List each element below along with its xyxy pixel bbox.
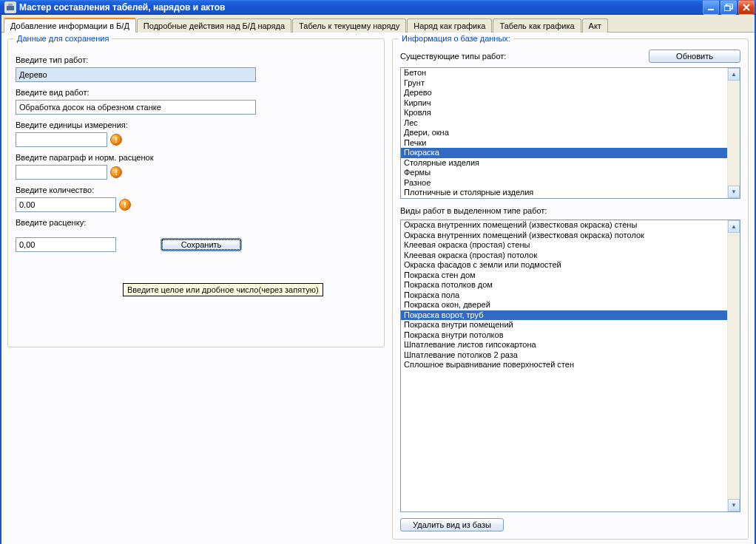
tabstrip: Добавление информации в Б/ДПодробные дей… — [1, 15, 755, 33]
kinds-label: Виды работ в выделенном типе работ: — [400, 206, 740, 215]
type-list-item[interactable]: Фермы — [401, 168, 727, 178]
tab-1[interactable]: Подробные действия над Б/Д наряда — [137, 18, 291, 33]
types-label: Существующие типы работ: — [400, 52, 643, 61]
paragraph-input[interactable] — [16, 165, 107, 180]
kind-list-item[interactable]: Покраска потолков дом — [401, 280, 727, 290]
tab-0[interactable]: Добавление информации в Б/Д — [4, 18, 136, 33]
kind-list-item[interactable]: Клеевая окраска (простая) стены — [401, 240, 727, 251]
kind-list-item[interactable]: Клеевая окраска (простая) потолок — [401, 251, 727, 261]
price-label: Введите расценку: — [16, 218, 377, 227]
close-button[interactable] — [738, 0, 755, 15]
scroll-up-icon[interactable]: ▲ — [728, 68, 740, 81]
quantity-input[interactable] — [16, 197, 116, 212]
client-area: Добавление информации в Б/ДПодробные дей… — [0, 15, 756, 544]
tab-5[interactable]: Акт — [582, 18, 608, 33]
delete-kind-button[interactable]: Удалить вид из базы — [400, 518, 504, 531]
kind-list-item[interactable]: Шпатлевание потолков 2 раза — [401, 350, 727, 361]
type-list-item[interactable]: Печки — [401, 138, 727, 149]
tab-4[interactable]: Табель как графика — [493, 18, 581, 33]
kind-list-item[interactable]: Покраска стен дом — [401, 271, 727, 281]
tab-3[interactable]: Наряд как графика — [407, 18, 492, 33]
refresh-button[interactable]: Обновить — [649, 50, 740, 63]
window-title: Мастер составления табелей, нарядов и ак… — [19, 2, 703, 13]
type-input[interactable] — [16, 67, 256, 82]
scroll-up-icon[interactable]: ▲ — [728, 220, 740, 233]
save-button[interactable]: Сохранить — [161, 238, 242, 251]
type-label: Введите тип работ: — [16, 55, 377, 64]
kind-list-item[interactable]: Сплошное выравнивание поверхностей стен — [401, 360, 727, 370]
price-input[interactable] — [16, 237, 116, 252]
type-list-item[interactable]: Лес — [401, 118, 727, 129]
svg-rect-0 — [7, 6, 14, 10]
tab-2[interactable]: Табель к текущему наряду — [292, 18, 406, 33]
db-info-panel: Информация о базе данных: Существующие т… — [392, 38, 749, 540]
types-listbox[interactable]: БетонГрунтДеревоКирпичКровляЛесДвери, ок… — [400, 67, 740, 199]
kind-list-item[interactable]: Покраска ворот, труб — [401, 310, 727, 321]
svg-rect-2 — [708, 9, 714, 10]
kind-list-item[interactable]: Шпатлевание листов гипсокартона — [401, 340, 727, 350]
type-list-item[interactable]: Грунт — [401, 78, 727, 89]
warning-icon: ! — [110, 166, 122, 178]
scrollbar[interactable]: ▲ ▼ — [727, 220, 740, 511]
db-info-panel-title: Информация о базе данных: — [399, 34, 513, 43]
type-list-item[interactable]: Покраска — [401, 148, 727, 158]
type-list-item[interactable]: Столярные изделия — [401, 158, 727, 169]
tab-content: Данные для сохранения Введите тип работ:… — [1, 33, 755, 544]
kind-list-item[interactable]: Покраска внутри помещений — [401, 320, 727, 330]
type-list-item[interactable]: Двери, окна — [401, 128, 727, 138]
minimize-button[interactable] — [703, 0, 719, 15]
app-window: Мастер составления табелей, нарядов и ак… — [0, 0, 756, 544]
units-label: Введите единицы измерения: — [16, 120, 377, 129]
restore-button[interactable] — [720, 0, 737, 15]
type-list-item[interactable]: Плотничные и столярные изделия — [401, 188, 727, 198]
svg-rect-4 — [724, 6, 730, 11]
kind-list-item[interactable]: Покраска окон, дверей — [401, 300, 727, 310]
type-list-item[interactable]: Дерево — [401, 88, 727, 98]
app-icon — [4, 1, 16, 13]
type-list-item[interactable]: Разное — [401, 178, 727, 188]
warning-icon: ! — [110, 134, 122, 146]
kind-input[interactable] — [16, 100, 256, 115]
kind-list-item[interactable]: Покраска пола — [401, 290, 727, 301]
titlebar: Мастер составления табелей, нарядов и ак… — [0, 0, 756, 15]
scroll-down-icon[interactable]: ▼ — [728, 499, 740, 511]
kind-label: Введите вид работ: — [16, 88, 377, 97]
type-list-item[interactable]: Бетон — [401, 68, 727, 78]
kind-list-item[interactable]: Окраска внутренних помещений (известкова… — [401, 220, 727, 231]
kind-list-item[interactable]: Окраска внутренних помещений (известкова… — [401, 231, 727, 241]
save-data-panel-title: Данные для сохранения — [14, 34, 112, 43]
scroll-down-icon[interactable]: ▼ — [728, 186, 740, 198]
scrollbar[interactable]: ▲ ▼ — [727, 68, 740, 198]
kinds-listbox[interactable]: Окраска внутренних помещений (известкова… — [400, 220, 740, 512]
window-buttons — [703, 0, 755, 15]
tooltip: Введите целое или дробное число(через за… — [123, 283, 323, 296]
units-input[interactable] — [16, 132, 107, 147]
paragraph-label: Введите параграф и норм. расценок — [16, 153, 377, 162]
svg-rect-1 — [8, 4, 13, 6]
kind-list-item[interactable]: Окраска фасадов с земли или подмостей — [401, 260, 727, 271]
kind-list-item[interactable]: Покраска внутри потолков — [401, 330, 727, 341]
quantity-label: Введите количество: — [16, 186, 377, 194]
save-data-panel: Данные для сохранения Введите тип работ:… — [7, 38, 385, 347]
type-list-item[interactable]: Кровля — [401, 108, 727, 118]
type-list-item[interactable]: Кирпич — [401, 98, 727, 109]
warning-icon: ! — [119, 199, 131, 211]
